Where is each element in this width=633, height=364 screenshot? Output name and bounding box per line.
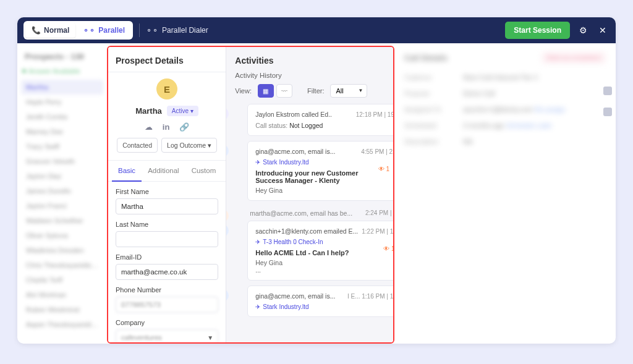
call-icon: ✆ — [226, 108, 229, 120]
activities-panel: Activities Activity History View: ▦ 〰 Fi… — [226, 47, 394, 342]
parallel-icon: ⚬⚬ — [83, 26, 95, 35]
view-card-button[interactable]: ▦ — [258, 84, 274, 98]
sidebar-item[interactable]: James Dunello — [21, 184, 103, 198]
detail-row: PurposeDemo Call — [404, 90, 606, 97]
tab-basic[interactable]: Basic — [112, 161, 142, 182]
detail-row: Scheduled3 months ago Schedule Later — [404, 122, 606, 129]
label: Parallel Dialer — [162, 26, 208, 35]
top-bar: 📞 Normal ⚬⚬ Parallel ⚬⚬ Parallel Dialer … — [17, 17, 616, 43]
sidebar-item[interactable]: Oliver Sykova — [21, 228, 103, 243]
send-icon: ✈ — [255, 303, 260, 310]
label: Log Outcome — [167, 142, 206, 149]
detail-row: CadenceNew Cold Inbound Tier 2 — [404, 74, 606, 81]
last-name-label: Last Name — [116, 221, 218, 228]
parallel-dialer-icon: ⚬⚬ — [146, 26, 158, 35]
email-label: Email-ID — [116, 253, 218, 261]
send-icon: ✈ — [255, 159, 260, 166]
mode-toggle: 📞 Normal ⚬⚬ Parallel — [23, 21, 133, 40]
sidebar-item[interactable]: Gravure Velveth — [21, 154, 103, 169]
activity-card[interactable]: gina@acme.com, email is...4:55 PM | 21 A… — [247, 141, 394, 201]
spark-icon: ★ — [226, 210, 229, 222]
linkedin-icon[interactable]: in — [163, 122, 170, 132]
activity-card[interactable]: Jaylon Ekstrom called Ed..12:18 PM | 19 … — [247, 104, 394, 136]
sidebar-item[interactable]: Ruben Westminst — [21, 302, 103, 317]
phone-label: Phone Number — [116, 286, 218, 294]
detail-tabs: Basic Additional Custom — [108, 161, 226, 182]
label: Normal — [44, 26, 69, 35]
first-name-label: First Name — [116, 188, 218, 195]
divider — [139, 23, 140, 37]
sidebar-item[interactable]: Wladimira Dresden — [21, 243, 103, 258]
cloud-icon[interactable]: ☁ — [145, 122, 153, 132]
activity-line: martha@acme.com, email has be...2:24 PM … — [247, 206, 394, 221]
email-icon: ✉ — [226, 289, 229, 302]
sidebar-item[interactable]: Chris Theodosyanidis Arcand — [21, 258, 103, 273]
activities-title: Activities — [226, 47, 394, 72]
chevron-down-icon: ▾ — [208, 142, 211, 149]
view-timeline-button[interactable]: 〰 — [276, 84, 292, 98]
phone-input[interactable] — [116, 297, 218, 313]
activity-card[interactable]: gina@acme.com, email is...I E... 1:16 PM… — [247, 286, 394, 317]
view-label: View: — [235, 87, 252, 95]
email-input[interactable] — [116, 264, 218, 280]
detail-row: DescriptionNA — [404, 138, 606, 145]
rail-icon[interactable] — [603, 108, 612, 116]
side-rail — [603, 87, 612, 116]
sidebar-item[interactable]: Waldeen Scheither — [21, 213, 103, 228]
call-details-title: Call Details — [404, 53, 448, 62]
mark-completed-link[interactable]: Mark as completed — [542, 52, 606, 64]
prospects-sidebar: Prospects - 130 Answer Available MarthaH… — [17, 43, 107, 344]
panel-title: Prospect Details — [108, 47, 226, 72]
dialer-label: ⚬⚬ Parallel Dialer — [146, 26, 208, 35]
sidebar-item[interactable]: Alvi Wortman — [21, 287, 103, 302]
sidebar-item[interactable]: Martha — [21, 80, 103, 95]
phone-icon: 📞 — [32, 26, 41, 35]
send-icon: ✈ — [255, 239, 260, 245]
avatar: E — [156, 78, 177, 99]
mode-parallel-button[interactable]: ⚬⚬ Parallel — [77, 23, 131, 38]
rail-icon[interactable] — [603, 87, 612, 95]
prospect-details-panel: Prospect Details E Martha Active ▾ ☁ in … — [108, 47, 226, 342]
company-label: Company — [116, 319, 218, 326]
sidebar-item[interactable]: Charlie Torff — [21, 273, 103, 287]
detail-row: Assigned Tosacchin+1@klenty.com Re-assig… — [404, 106, 606, 113]
contacted-button[interactable]: Contacted — [117, 138, 158, 153]
sidebar-item[interactable]: Jayton Franci — [21, 198, 103, 213]
tab-additional[interactable]: Additional — [142, 161, 185, 181]
company-select[interactable] — [116, 329, 218, 342]
sidebar-item[interactable]: Jayton Diaz — [21, 169, 103, 184]
status-pill[interactable]: Active ▾ — [167, 106, 198, 116]
last-name-input[interactable] — [116, 231, 218, 247]
mode-normal-button[interactable]: 📞 Normal — [25, 23, 75, 38]
prospect-name: Martha — [135, 106, 162, 116]
sidebar-item[interactable]: Tracy Swiff — [21, 139, 103, 154]
log-outcome-button[interactable]: Log Outcome ▾ — [161, 138, 217, 153]
label: Active — [172, 108, 189, 114]
link-icon[interactable]: 🔗 — [179, 122, 189, 132]
call-details-panel: Call Details Mark as completed CadenceNe… — [394, 43, 616, 344]
activities-subtitle: Activity History — [226, 72, 394, 84]
filter-dropdown[interactable]: All — [330, 84, 367, 98]
center-highlight: Prospect Details E Martha Active ▾ ☁ in … — [107, 46, 394, 344]
filter-label: Filter: — [307, 87, 325, 95]
sidebar-item[interactable]: Hayle Perry — [21, 95, 103, 109]
sidebar-item[interactable]: Jenith Combs — [21, 109, 103, 124]
tab-custom[interactable]: Custom — [185, 161, 223, 181]
sidebar-item[interactable]: Marney Dee — [21, 124, 103, 139]
label: Parallel — [98, 26, 125, 35]
chevron-down-icon: ▾ — [190, 108, 193, 114]
email-icon: ✉ — [226, 145, 229, 157]
availability-status: Answer Available — [21, 67, 103, 75]
email-icon: ✉ — [226, 224, 229, 237]
activity-card[interactable]: sacchin+1@klenty.com emailed E...1:22 PM… — [247, 221, 394, 281]
prospects-header: Prospects - 130 — [21, 49, 103, 67]
start-session-button[interactable]: Start Session — [505, 22, 570, 39]
gear-icon[interactable]: ⚙ — [576, 25, 590, 35]
close-icon[interactable]: ✕ — [596, 25, 610, 35]
sidebar-item[interactable]: Aspen Theodosyanidis Arcand — [21, 317, 103, 332]
first-name-input[interactable] — [116, 198, 218, 214]
